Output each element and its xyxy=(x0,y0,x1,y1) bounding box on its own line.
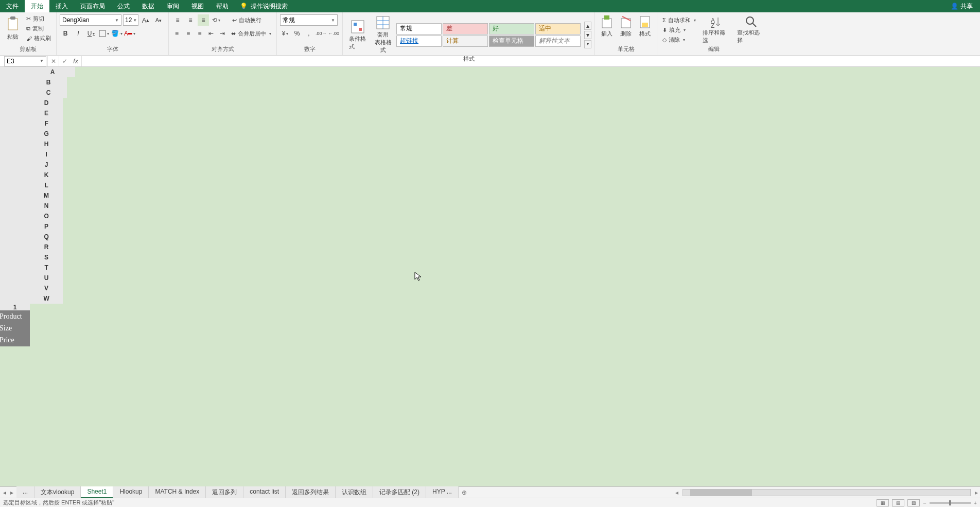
menu-file[interactable]: 文件 xyxy=(0,0,25,12)
wrap-text-button[interactable]: ↩自动换行 xyxy=(230,16,264,25)
paste-button[interactable]: 粘贴 xyxy=(3,15,23,42)
column-header-J[interactable]: J xyxy=(30,160,63,170)
borders-button[interactable]: ▾ xyxy=(98,28,110,39)
scrollbar-thumb[interactable] xyxy=(690,489,752,496)
style-good[interactable]: 好 xyxy=(489,23,534,34)
name-box[interactable]: E3▼ xyxy=(4,56,46,66)
fill-color-button[interactable]: 🪣▾ xyxy=(111,28,122,39)
format-as-table-button[interactable]: 套用 表格格式 xyxy=(371,14,395,55)
decrease-font-button[interactable]: A▾ xyxy=(153,14,164,26)
font-name-combo[interactable]: DengXian▼ xyxy=(60,14,121,26)
enter-formula-button[interactable]: ✓ xyxy=(59,56,70,66)
column-header-U[interactable]: U xyxy=(30,273,63,283)
hscroll-right[interactable]: ▸ xyxy=(973,489,980,496)
cell-G1[interactable] xyxy=(0,383,30,388)
column-header-I[interactable]: I xyxy=(30,149,63,160)
menu-data[interactable]: 数据 xyxy=(136,0,161,12)
cell-C1[interactable]: Price xyxy=(0,334,30,346)
sheet-tab-3[interactable]: Hlookup xyxy=(113,486,149,498)
orientation-button[interactable]: ⟲▾ xyxy=(211,14,222,26)
style-calculation[interactable]: 计算 xyxy=(443,36,488,47)
cell-styles-gallery[interactable]: 常规 差 好 适中 超链接 计算 检查单元格 解释性文本 xyxy=(396,23,581,47)
sheet-tab-6[interactable]: contact list xyxy=(243,486,286,498)
align-top-button[interactable]: ≡ xyxy=(172,14,183,26)
menu-formulas[interactable]: 公式 xyxy=(111,0,136,12)
cell-A1[interactable]: Product xyxy=(0,310,30,323)
underline-button[interactable]: U▾ xyxy=(85,28,97,39)
clear-button[interactable]: ◇清除▾ xyxy=(660,36,698,44)
style-hyperlink[interactable]: 超链接 xyxy=(396,36,442,47)
comma-button[interactable]: , xyxy=(304,28,314,39)
column-header-M[interactable]: M xyxy=(30,190,63,201)
conditional-formatting-button[interactable]: 条件格式 xyxy=(346,19,370,51)
column-header-D[interactable]: D xyxy=(30,98,63,108)
column-header-B[interactable]: B xyxy=(30,77,67,88)
sort-filter-button[interactable]: AZ 排序和筛选 xyxy=(699,14,733,45)
menu-insert[interactable]: 插入 xyxy=(49,0,74,12)
add-sheet-button[interactable]: ⊕ xyxy=(459,489,470,496)
cell-E1[interactable] xyxy=(0,359,30,371)
tab-nav-prev[interactable]: ▸ xyxy=(10,489,13,496)
sheet-tab-7[interactable]: 返回多列结果 xyxy=(286,486,336,498)
styles-scroll-down[interactable]: ▾ xyxy=(584,31,591,39)
decrease-decimal-button[interactable]: ←.00 xyxy=(328,28,339,39)
style-check-cell[interactable]: 检查单元格 xyxy=(489,36,534,47)
align-center-button[interactable]: ≡ xyxy=(183,28,193,39)
column-header-O[interactable]: O xyxy=(30,211,63,221)
select-all-corner[interactable] xyxy=(0,67,30,304)
column-header-V[interactable]: V xyxy=(30,283,63,293)
sheet-tab-0[interactable]: ... xyxy=(16,486,34,498)
column-header-G[interactable]: G xyxy=(30,129,63,139)
decrease-indent-button[interactable]: ⇤ xyxy=(206,28,216,39)
copy-button[interactable]: ⧉复制 xyxy=(24,24,53,33)
column-header-C[interactable]: C xyxy=(30,88,67,98)
cut-button[interactable]: ✂剪切 xyxy=(24,14,53,23)
autosum-button[interactable]: Σ自动求和▾ xyxy=(660,16,698,25)
increase-decimal-button[interactable]: .00→ xyxy=(316,28,327,39)
styles-scroll-up[interactable]: ▴ xyxy=(584,22,591,30)
increase-indent-button[interactable]: ⇥ xyxy=(218,28,227,39)
view-pagelayout-button[interactable]: ▤ xyxy=(892,499,904,506)
sheet-tab-2[interactable]: Sheet1 xyxy=(81,486,113,498)
column-header-F[interactable]: F xyxy=(30,118,63,129)
zoom-in-button[interactable]: + xyxy=(974,500,977,506)
menu-review[interactable]: 审阅 xyxy=(161,0,185,12)
bold-button[interactable]: B xyxy=(60,28,71,39)
row-header-1[interactable]: 1 xyxy=(0,304,30,311)
percent-button[interactable]: % xyxy=(292,28,302,39)
sheet-tab-10[interactable]: HYP ... xyxy=(426,486,459,498)
align-left-button[interactable]: ≡ xyxy=(172,28,182,39)
style-bad[interactable]: 差 xyxy=(443,23,488,34)
column-header-P[interactable]: P xyxy=(30,221,63,232)
style-neutral[interactable]: 适中 xyxy=(535,23,581,34)
format-cells-button[interactable]: 格式 xyxy=(636,14,654,39)
column-header-L[interactable]: L xyxy=(30,180,63,190)
merge-button[interactable]: ⬌合并后居中▾ xyxy=(229,29,273,38)
zoom-slider[interactable] xyxy=(930,502,971,504)
styles-more[interactable]: ▾ xyxy=(584,40,591,48)
increase-font-button[interactable]: A▴ xyxy=(140,14,151,26)
menu-pagelayout[interactable]: 页面布局 xyxy=(74,0,111,12)
align-bottom-button[interactable]: ≡ xyxy=(198,14,209,26)
column-header-Q[interactable]: Q xyxy=(30,232,63,242)
column-header-S[interactable]: S xyxy=(30,252,63,263)
number-format-combo[interactable]: 常规▼ xyxy=(280,14,338,26)
tell-me-search[interactable]: 💡 操作说明搜索 xyxy=(240,2,288,11)
tab-nav-first[interactable]: ◂ xyxy=(3,489,6,496)
cell-F1[interactable] xyxy=(0,371,30,383)
find-select-button[interactable]: 查找和选择 xyxy=(734,14,767,45)
sheet-tab-1[interactable]: 文本vlookup xyxy=(34,486,81,498)
fill-button[interactable]: ⬇填充▾ xyxy=(660,26,698,34)
align-middle-button[interactable]: ≡ xyxy=(185,14,196,26)
delete-cells-button[interactable]: 删除 xyxy=(617,14,635,39)
insert-cells-button[interactable]: 插入 xyxy=(598,14,616,39)
zoom-out-button[interactable]: − xyxy=(923,500,926,506)
column-header-N[interactable]: N xyxy=(30,201,63,211)
font-size-combo[interactable]: 12▼ xyxy=(123,14,138,26)
spreadsheet-grid[interactable]: ABCDEFGHIJKLMNOPQRSTUVW1ProductSizePrice… xyxy=(0,67,980,388)
style-normal[interactable]: 常规 xyxy=(396,23,442,34)
column-header-A[interactable]: A xyxy=(30,67,75,77)
column-header-H[interactable]: H xyxy=(30,139,63,149)
column-header-E[interactable]: E xyxy=(30,108,63,118)
align-right-button[interactable]: ≡ xyxy=(195,28,204,39)
